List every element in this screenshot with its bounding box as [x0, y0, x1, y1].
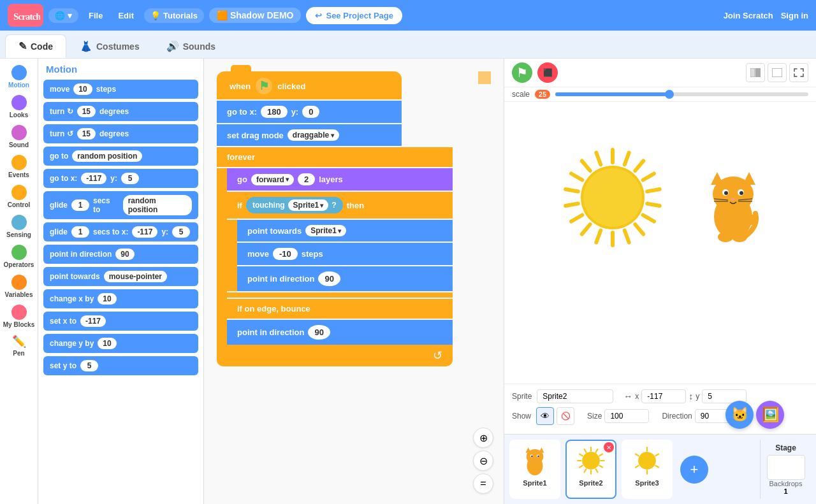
sun-sprite[interactable] — [555, 140, 670, 257]
category-events[interactable]: Events — [1, 152, 37, 181]
dir-value-2[interactable]: 90 — [308, 325, 330, 340]
stop-button[interactable]: ⬛ — [537, 62, 558, 83]
block-if-header[interactable]: if touching Sprite1 ▾ ? then — [227, 192, 453, 219]
block-point-dir-script[interactable]: point in direction 90 — [237, 266, 453, 291]
svg-point-62 — [582, 452, 600, 470]
project-name-btn[interactable]: 🟧 Shadow DEMO — [209, 8, 302, 23]
zoom-reset-button[interactable]: = — [473, 473, 493, 494]
hat-block[interactable]: when ⚑ clicked — [217, 71, 402, 99]
script-decoration — [478, 71, 491, 84]
sensing-dot — [11, 215, 27, 230]
category-sound[interactable]: Sound — [1, 122, 37, 151]
svg-line-16 — [582, 224, 590, 234]
block-forever-header[interactable]: forever — [217, 147, 453, 167]
sun-svg — [555, 140, 670, 255]
show-buttons: 👁 🚫 — [536, 407, 574, 425]
category-motion[interactable]: Motion — [1, 62, 37, 91]
block-goto-xy-script[interactable]: go to x: 180 y: 0 — [217, 101, 402, 123]
cat-sprite[interactable] — [701, 166, 765, 244]
show-visible-button[interactable]: 👁 — [536, 407, 554, 425]
block-glide-random[interactable]: glide 1 secs to random position — [43, 191, 198, 219]
green-flag-button[interactable]: ⚑ — [512, 62, 532, 83]
size-input[interactable] — [604, 409, 649, 423]
tab-code[interactable]: ✎ Code — [5, 34, 66, 58]
stage-thumbnail[interactable] — [767, 455, 805, 480]
block-move-script[interactable]: move -10 steps — [237, 243, 453, 265]
sprite-thumb-sprite3[interactable]: Sprite3 — [622, 440, 673, 499]
drag-dropdown[interactable]: draggable ▾ — [288, 129, 339, 141]
block-set-y[interactable]: set y to 5 — [43, 356, 198, 375]
fullscreen-icon — [794, 68, 804, 77]
block-go-layers[interactable]: go forward ▾ 2 layers — [227, 168, 453, 191]
block-turn-ccw[interactable]: turn ↺ 15 degrees — [43, 124, 198, 143]
join-scratch-link[interactable]: Join Scratch — [724, 11, 773, 20]
forward-dropdown[interactable]: forward ▾ — [251, 174, 294, 185]
see-project-button[interactable]: ↩ See Project Page — [306, 7, 402, 24]
block-glide-xy[interactable]: glide 1 secs to x: -117 y: 5 — [43, 222, 198, 241]
block-goto-random[interactable]: go to random position — [43, 147, 198, 166]
svg-line-18 — [565, 204, 578, 206]
blocks-panel: Motion move 10 steps turn ↻ 15 degrees t… — [38, 59, 204, 504]
category-pen[interactable]: ✏️ Pen — [1, 332, 37, 359]
small-stage-button[interactable] — [746, 63, 765, 82]
block-set-x[interactable]: set x to -117 — [43, 312, 198, 331]
nav-edit[interactable]: Edit — [113, 8, 139, 23]
stage-canvas[interactable] — [504, 102, 816, 384]
block-change-y[interactable]: change y by 10 — [43, 334, 198, 353]
sprite-name-label: Sprite — [512, 392, 532, 401]
block-point-towards[interactable]: point towards mouse-pointer — [43, 267, 198, 286]
sign-in-link[interactable]: Sign in — [781, 11, 808, 20]
zoom-in-icon: ⊕ — [479, 432, 488, 444]
touching-dropdown[interactable]: Sprite1 ▾ — [288, 199, 329, 211]
scale-thumb[interactable] — [665, 90, 674, 99]
scale-track[interactable] — [555, 92, 808, 96]
nav-tutorials[interactable]: 💡 Tutorials — [144, 8, 204, 23]
script-area[interactable]: when ⚑ clicked go to x: 180 y: 0 set dra… — [204, 59, 504, 504]
code-tab-icon: ✎ — [18, 40, 27, 52]
sprite2-delete-button[interactable]: ✕ — [604, 442, 614, 452]
block-point-dir-script-2[interactable]: point in direction 90 — [227, 320, 453, 345]
dir-value-1[interactable]: 90 — [318, 271, 340, 286]
landscape-icon: 🖼️ — [762, 407, 779, 423]
tab-costumes[interactable]: 👗 Costumes — [66, 34, 153, 58]
layers-value[interactable]: 2 — [298, 173, 315, 185]
category-variables[interactable]: Variables — [1, 272, 37, 301]
block-change-x[interactable]: change x by 10 — [43, 289, 198, 308]
nav-file[interactable]: File — [84, 8, 108, 23]
block-move-steps[interactable]: move 10 steps — [43, 80, 198, 99]
block-edge-bounce[interactable]: if on edge, bounce — [227, 299, 453, 319]
show-hidden-button[interactable]: 🚫 — [557, 407, 574, 425]
zoom-out-button[interactable]: ⊖ — [473, 450, 493, 471]
block-turn-cw[interactable]: turn ↻ 15 degrees — [43, 102, 198, 121]
category-operators[interactable]: Operators — [1, 242, 37, 271]
tab-sounds[interactable]: 🔊 Sounds — [153, 34, 229, 58]
add-sprite-fab-button[interactable]: 🐱 — [725, 401, 754, 429]
add-sprite-button[interactable]: + — [680, 456, 708, 484]
block-goto-xy[interactable]: go to x: -117 y: 5 — [43, 169, 198, 188]
sprite-thumb-sprite2[interactable]: ✕ — [565, 440, 616, 499]
category-myblocks[interactable]: My Blocks — [1, 302, 37, 331]
fullscreen-button[interactable] — [789, 63, 808, 82]
block-point-towards-script[interactable]: point towards Sprite1 ▾ — [237, 220, 453, 241]
zoom-in-button[interactable]: ⊕ — [473, 428, 493, 448]
nav-globe[interactable]: 🌐 ▾ — [48, 8, 78, 23]
sprite-name-input[interactable] — [537, 389, 613, 403]
goto-x-value[interactable]: 180 — [261, 106, 288, 118]
block-point-direction[interactable]: point in direction 90 — [43, 245, 198, 264]
svg-line-65 — [655, 466, 659, 468]
svg-line-8 — [643, 174, 654, 180]
x-coord-input[interactable] — [641, 389, 686, 403]
sprite-thumb-sprite1[interactable]: Sprite1 — [509, 440, 560, 499]
move-value[interactable]: -10 — [273, 248, 298, 260]
svg-point-39 — [718, 232, 733, 242]
scratch-logo[interactable]: Scratch — [8, 4, 43, 27]
category-sensing[interactable]: Sensing — [1, 212, 37, 241]
block-set-drag[interactable]: set drag mode draggable ▾ — [217, 124, 402, 146]
myblocks-label: My Blocks — [3, 321, 34, 328]
towards-dropdown[interactable]: Sprite1 ▾ — [305, 225, 346, 236]
normal-stage-button[interactable] — [768, 63, 787, 82]
category-looks[interactable]: Looks — [1, 92, 37, 121]
category-control[interactable]: Control — [1, 182, 37, 211]
goto-y-value[interactable]: 0 — [302, 106, 319, 118]
add-backdrop-fab-button[interactable]: 🖼️ — [756, 401, 784, 429]
